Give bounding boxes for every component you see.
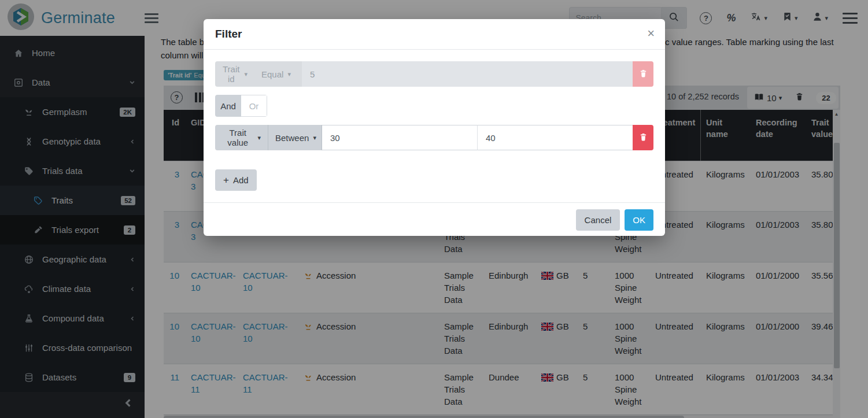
close-icon[interactable]: × [647,26,655,41]
filter-comparator-dropdown[interactable]: Between [268,125,322,150]
delete-filter-button[interactable] [633,125,653,150]
filter-value-min-input[interactable] [322,125,477,150]
filter-row-2: Trait value Between [215,125,653,150]
trash-icon [638,132,648,144]
trash-icon [638,68,648,80]
chevron-down-icon [313,135,316,141]
delete-filter-button[interactable] [633,61,653,87]
chevron-down-icon [287,71,291,77]
filter-value-input[interactable] [302,61,633,87]
modal-title: Filter [215,28,653,40]
filter-value-max-input[interactable] [477,125,633,150]
app-window: Germinate ? % [0,0,868,418]
chevron-down-icon [257,135,261,141]
cancel-button[interactable]: Cancel [576,209,620,231]
filter-column-dropdown[interactable]: Trait id [215,61,254,87]
or-button[interactable]: Or [241,95,267,117]
filter-comparator-dropdown[interactable]: Equal [254,61,302,87]
filter-row-1: Trait id Equal [215,61,653,87]
ok-button[interactable]: OK [625,209,653,231]
filter-modal: Filter × Trait id Equal And Or Trait val… [204,19,665,236]
chevron-down-icon [244,71,248,77]
and-button[interactable]: And [215,95,241,117]
logical-operator-toggle: And Or [215,95,267,117]
plus-icon [223,175,229,186]
filter-column-dropdown[interactable]: Trait value [215,125,268,150]
add-filter-button[interactable]: Add [215,169,257,191]
